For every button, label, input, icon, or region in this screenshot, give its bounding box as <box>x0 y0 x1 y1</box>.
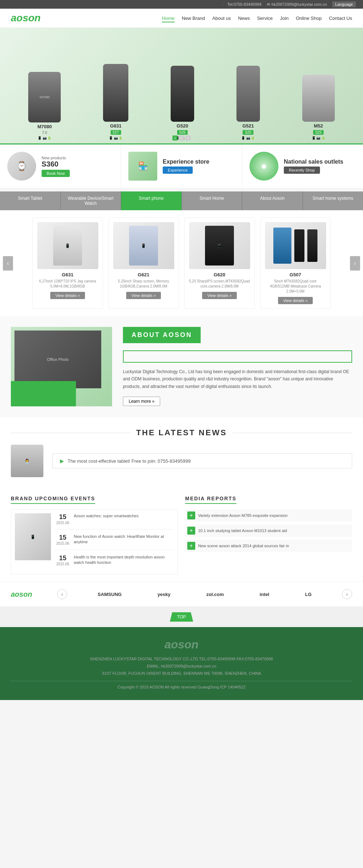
tab-wearable[interactable]: Wearable Device/Smart Watch <box>61 191 121 210</box>
product-card-g621: 📱 G621 5.25inch Sharp screen, Memory 1GB… <box>108 217 179 309</box>
experience-button[interactable]: Experience <box>163 167 193 174</box>
events-title: BRAND UPCOMING EVENTS <box>11 496 95 504</box>
media-text-1[interactable]: 10.1 inch studying tablet Aoson M1013 st… <box>198 528 287 533</box>
media-text-0[interactable]: Variety extension Aoson M785 exquisite e… <box>198 513 287 518</box>
about-green-decoration <box>11 381 76 406</box>
media-item-0: + Variety extension Aoson M785 exquisite… <box>185 509 352 522</box>
about-frame <box>123 350 352 363</box>
product-model-5: M52 <box>314 123 323 129</box>
event-month-1: 2015.06 <box>55 541 71 545</box>
event-day-0: 15 <box>55 513 71 521</box>
news-ticker: ▶ The most cost-effective tablet! Free t… <box>52 453 352 468</box>
product-desc-3: 5inch MTK6582Quad core 4GB/512MB Metalca… <box>265 279 326 294</box>
product-model-1: M7080 <box>38 124 52 129</box>
carousel-next-button[interactable]: › <box>350 256 360 271</box>
event-month-2: 2015.06 <box>55 562 71 566</box>
slider-dots: 1 2 3 <box>172 135 191 141</box>
nav-item-about[interactable]: About us <box>212 15 231 21</box>
language-button[interactable]: Language <box>332 1 356 7</box>
products-section: ‹ 📱 G631 6.27inch 1280*720 IPS ,big came… <box>0 210 363 316</box>
media-plus-icon-0: + <box>187 511 195 519</box>
view-details-0[interactable]: View details » <box>50 292 85 299</box>
news-header: THE LATEST NEWS <box>11 428 352 437</box>
carousel-prev-button[interactable]: ‹ <box>3 256 13 271</box>
header: aoson Home New Brand About us News Servi… <box>0 9 363 28</box>
product-desc-2: 5.25 SharpIPS screen,MTK6582Quad core,ca… <box>189 279 250 289</box>
events-media-section: BRAND UPCOMING EVENTS 📱 15 2015.06 Aoson… <box>0 488 363 582</box>
phone-icon: 📞 <box>221 2 226 7</box>
product-model-2: G631 <box>110 123 121 129</box>
event-desc-0: Aoson watches: super smartwatches <box>74 513 138 525</box>
footer: aoson SHENZHEN LUCKYSTAR DIGITAL TECHNOL… <box>0 627 363 700</box>
promo-text-1: New products S360 Book Now <box>42 156 114 177</box>
tab-smart-home-systems[interactable]: Smart home systems <box>303 191 363 210</box>
event-item-2: 15 2015.06 Health is the most important … <box>55 554 174 570</box>
learn-more-button[interactable]: Learn more » <box>123 397 160 406</box>
events-thumbnail: 📱 <box>15 513 51 560</box>
tab-about-aoson[interactable]: About Aoson <box>242 191 303 210</box>
tab-smart-tablet[interactable]: Smart Tablet <box>0 191 61 210</box>
product-desc-0: 6.27inch 1280*720 IPS ,big camera 5.0M+8… <box>37 279 98 289</box>
nav-item-shop[interactable]: Online Shop <box>296 15 322 21</box>
media-text-2[interactable]: New scene aoson attack 2014 global sourc… <box>198 544 289 548</box>
product-model-3: G520 <box>177 123 188 129</box>
view-details-2[interactable]: View details » <box>202 292 237 299</box>
promo-img-store: 🏪 <box>128 152 157 181</box>
dot-1[interactable]: 1 <box>172 135 178 141</box>
partners-prev-button[interactable]: ‹ <box>57 589 67 599</box>
product-card-g507: G507 5inch MTK6582Quad core 4GB/512MB Me… <box>260 217 331 309</box>
product-name-0: G631 <box>37 272 98 277</box>
about-title: ABOUT AOSON <box>123 327 201 343</box>
media-item-1: + 10.1 inch studying tablet Aoson M1013 … <box>185 524 352 537</box>
person-figure: 👩‍💼 <box>11 445 43 477</box>
product-image-g631: 📱 <box>37 222 98 269</box>
view-details-3[interactable]: View details » <box>278 297 313 304</box>
event-desc-2: Health is the most important depth resol… <box>74 554 174 566</box>
scroll-top-button[interactable]: TOP <box>170 612 193 622</box>
about-text: Luckystar Digital Technology Co., Ltd ha… <box>123 368 352 390</box>
hero-slider: M7080 M7080 7.0 📱 📷 🔋 G631 527 📱 📷 🔋 G52… <box>0 28 363 143</box>
product-image-g621: 📱 <box>113 222 174 269</box>
dot-3[interactable]: 3 <box>185 135 191 141</box>
tab-smart-phone[interactable]: Smart phone <box>121 191 182 210</box>
product-image-g507 <box>265 222 326 269</box>
media-title: MEDIA REPORTS <box>185 496 236 504</box>
product-desc-1: 5.25inch Sharp screen, Memory 1GB/8GB,Ca… <box>113 279 174 289</box>
nav-item-newbrand[interactable]: New Brand <box>182 15 205 21</box>
events-box: 📱 15 2015.06 Aoson watches: super smartw… <box>11 509 178 574</box>
nav-item-service[interactable]: Service <box>257 15 273 21</box>
promo-section: ⌚ New products S360 Book Now 🏪 Experienc… <box>0 143 363 188</box>
nav-item-news[interactable]: News <box>238 15 250 21</box>
category-tabs: Smart Tablet Wearable Device/Smart Watch… <box>0 191 363 210</box>
promo-img-outlets: ● <box>249 152 278 181</box>
nav-item-join[interactable]: Join <box>280 15 289 21</box>
events-list: 15 2015.06 Aoson watches: super smartwat… <box>55 513 174 570</box>
media-item-2: + New scene aoson attack 2014 global sou… <box>185 540 352 552</box>
footer-contact: EMAIL: hk20072009@luckystar.com.cn <box>11 664 352 668</box>
nav-item-home[interactable]: Home <box>162 15 175 21</box>
tab-smart-home[interactable]: Smart Home <box>182 191 243 210</box>
product-name-3: G507 <box>265 272 326 277</box>
partner-intel: intel <box>254 590 275 599</box>
media-plus-icon-2: + <box>187 542 195 550</box>
product-card-g631: 📱 G631 6.27inch 1280*720 IPS ,big camera… <box>33 217 103 309</box>
footer-address: 31ST FLOOR, FUCHUN ORIENT BUILDING, SHEN… <box>11 671 352 675</box>
hero-product-1: M7080 M7080 7.0 📱 📷 🔋 <box>28 72 61 140</box>
promo-text-3: National sales outlets Recently Shop <box>284 159 356 174</box>
nav-item-contact[interactable]: Contact Us <box>329 15 352 21</box>
product-model-4: G521 <box>242 123 254 129</box>
news-headline: The most cost-effective tablet! Free to … <box>68 458 191 464</box>
event-desc-1: New function of Aoson watch: HeartRate M… <box>74 534 174 545</box>
email-info: ✉ hk20072009@luckystar.com.cn <box>267 2 327 7</box>
view-details-1[interactable]: View details » <box>126 292 161 299</box>
media-column: MEDIA REPORTS + Variety extension Aoson … <box>185 495 352 574</box>
news-title: THE LATEST NEWS <box>136 428 227 437</box>
recently-shop-button[interactable]: Recently Shop <box>284 167 320 174</box>
dot-2[interactable]: 2 <box>179 135 184 141</box>
partners-next-button[interactable]: › <box>342 589 352 599</box>
promo-img-watches: ⌚ <box>7 152 36 181</box>
hero-product-3: G520 S25 📱 📷 🔋 <box>171 66 194 140</box>
book-now-button[interactable]: Book Now <box>42 170 70 177</box>
event-item-1: 15 2015.06 New function of Aoson watch: … <box>55 534 174 550</box>
promo-item-2: 🏪 Experience store Experience <box>121 144 242 188</box>
